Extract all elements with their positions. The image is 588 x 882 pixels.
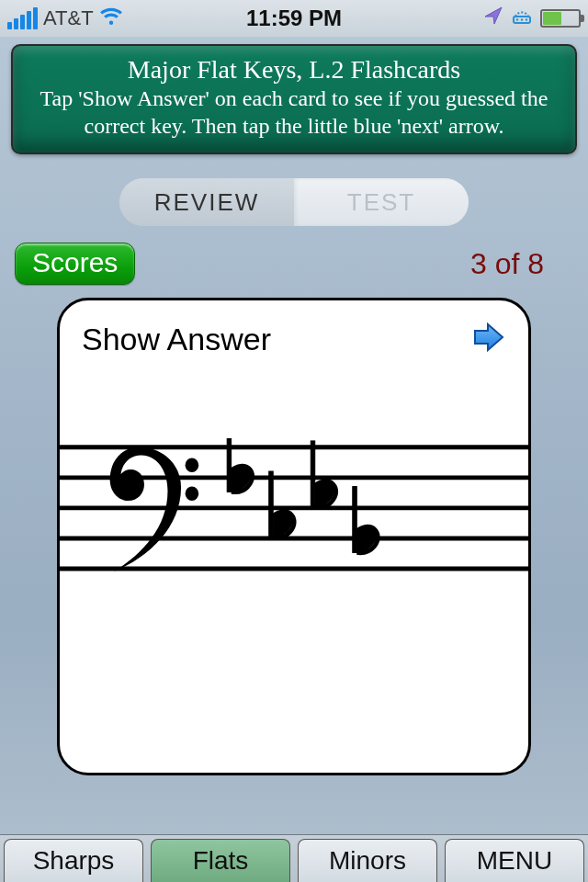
music-staff bbox=[60, 438, 528, 604]
status-bar: AT&T 11:59 PM bbox=[0, 0, 588, 37]
svg-rect-12 bbox=[269, 471, 274, 537]
svg-point-1 bbox=[516, 18, 518, 20]
svg-rect-13 bbox=[311, 441, 315, 507]
instruction-panel: Major Flat Keys, L.2 Flashcards Tap 'Sho… bbox=[11, 44, 577, 154]
tab-test[interactable]: TEST bbox=[294, 178, 469, 226]
location-icon bbox=[483, 6, 503, 31]
tab-minors[interactable]: Minors bbox=[298, 839, 437, 882]
flashcard: Show Answer bbox=[57, 298, 531, 775]
svg-point-3 bbox=[526, 18, 527, 20]
signal-icon bbox=[7, 7, 38, 29]
svg-point-2 bbox=[521, 18, 523, 20]
instruction-title: Major Flat Keys, L.2 Flashcards bbox=[28, 55, 560, 85]
mode-segmented-control: REVIEW TEST bbox=[119, 178, 469, 226]
svg-rect-11 bbox=[227, 438, 232, 492]
svg-point-10 bbox=[186, 487, 199, 502]
instruction-body: Tap 'Show Answer' on each card to see if… bbox=[28, 85, 560, 140]
tty-icon bbox=[511, 5, 533, 32]
tab-flats[interactable]: Flats bbox=[151, 839, 290, 882]
wifi-icon bbox=[99, 5, 123, 33]
tab-review[interactable]: REVIEW bbox=[119, 178, 294, 226]
card-counter: 3 of 8 bbox=[470, 247, 544, 281]
carrier-label: AT&T bbox=[43, 6, 94, 30]
show-answer-button[interactable]: Show Answer bbox=[82, 322, 271, 357]
tab-menu[interactable]: MENU bbox=[445, 839, 584, 882]
svg-rect-14 bbox=[353, 487, 357, 553]
clock-label: 11:59 PM bbox=[246, 6, 342, 31]
next-arrow-icon[interactable] bbox=[469, 319, 506, 359]
tab-sharps[interactable]: Sharps bbox=[4, 839, 143, 882]
svg-point-9 bbox=[186, 458, 199, 472]
bottom-tab-bar: Sharps Flats Minors MENU bbox=[0, 834, 588, 882]
battery-icon bbox=[540, 9, 581, 28]
scores-button[interactable]: Scores bbox=[15, 243, 135, 285]
